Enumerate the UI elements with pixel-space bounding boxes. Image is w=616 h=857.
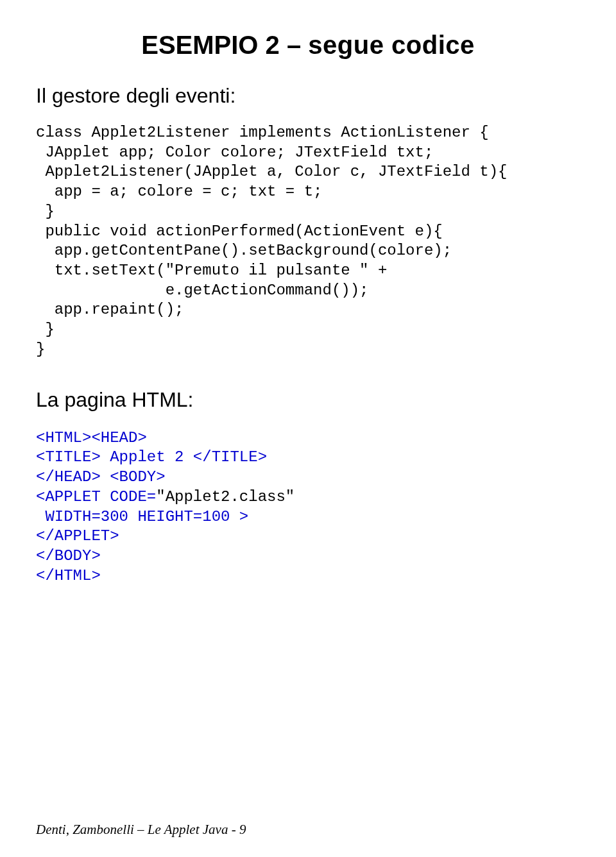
code-line: app.repaint(); (36, 301, 184, 318)
code-line: public void actionPerformed(ActionEvent … (36, 223, 443, 240)
title-part-2: segue codice (308, 31, 474, 59)
code-line: } (36, 203, 55, 220)
page-title-row: ESEMPIO 2 – segue codice (36, 31, 580, 60)
code-line: app = a; colore = c; txt = t; (36, 183, 322, 200)
section-heading-html: La pagina HTML: (36, 388, 580, 412)
code-line: <APPLET CODE= (36, 488, 156, 505)
code-line: <TITLE> Applet 2 </TITLE> (36, 448, 267, 466)
code-line: </HTML> (36, 567, 101, 584)
code-block-1: class Applet2Listener implements ActionL… (36, 123, 580, 360)
code-line: app.getContentPane().setBackground(color… (36, 242, 452, 259)
section-heading-handler: Il gestore degli eventi: (36, 84, 580, 108)
code-line: "Applet2.class" (156, 488, 295, 505)
code-line: <HTML><HEAD> (36, 429, 147, 446)
title-part-1: ESEMPIO 2 – (141, 31, 308, 59)
code-line: </BODY> (36, 547, 101, 564)
code-line: } (36, 341, 45, 358)
code-line: JApplet app; Color colore; JTextField tx… (36, 144, 433, 161)
page-footer: Denti, Zambonelli – Le Applet Java - 9 (36, 822, 246, 838)
code-line: class Applet2Listener implements ActionL… (36, 124, 489, 141)
code-line: WIDTH=300 HEIGHT=100 > (36, 508, 248, 525)
code-line: Applet2Listener(JApplet a, Color c, JTex… (36, 163, 508, 180)
code-line: </HEAD> <BODY> (36, 468, 166, 486)
code-block-2: <HTML><HEAD> <TITLE> Applet 2 </TITLE> <… (36, 429, 580, 586)
page-title: ESEMPIO 2 – segue codice (141, 31, 475, 60)
code-line: </APPLET> (36, 527, 119, 545)
code-line: txt.setText("Premuto il pulsante " + (36, 262, 387, 279)
code-line: e.getActionCommand()); (36, 282, 368, 299)
code-line: } (36, 321, 55, 338)
